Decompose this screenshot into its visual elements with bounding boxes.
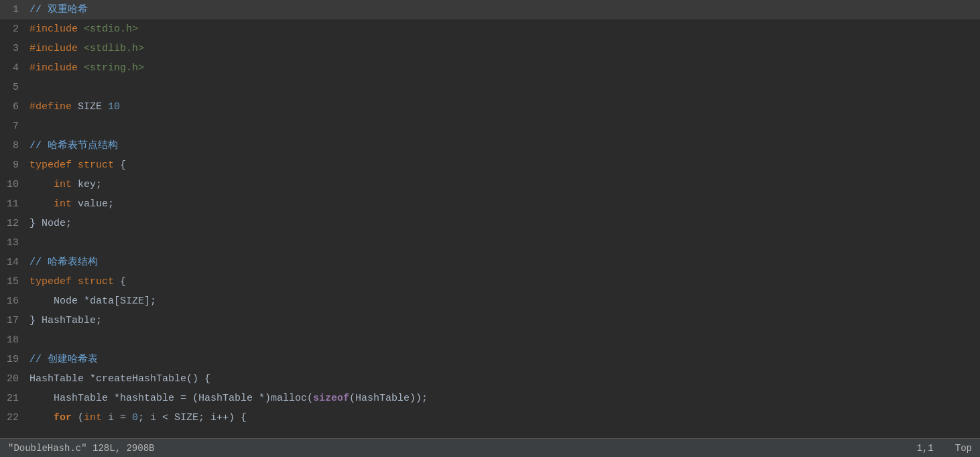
line-number: 15 (5, 272, 29, 291)
line-number: 10 (5, 175, 29, 194)
line-number: 3 (5, 39, 29, 58)
line-content: } HashTable; (29, 311, 975, 330)
status-right: 1,1 Top (917, 443, 972, 454)
line-content: for (int i = 0; i < SIZE; i++) { (29, 408, 975, 428)
code-line: 12} Node; (0, 214, 980, 233)
status-left: "DoubleHash.c" 128L, 2908B (8, 443, 160, 454)
line-number: 2 (5, 19, 29, 39)
line-number: 22 (5, 408, 29, 428)
line-content: // 双重哈希 (29, 0, 975, 19)
line-content: // 创建哈希表 (29, 350, 975, 369)
line-content: int key; (29, 175, 975, 194)
line-content (29, 330, 975, 350)
line-content: #define SIZE 10 (29, 97, 975, 117)
code-line: 9typedef struct { (0, 155, 980, 175)
line-number: 8 (5, 136, 29, 155)
line-number: 16 (5, 291, 29, 311)
status-filename: "DoubleHash.c" 128L, 2908B (8, 443, 154, 454)
line-content: } Node; (29, 214, 975, 233)
code-line: 6#define SIZE 10 (0, 97, 980, 117)
line-content (29, 233, 975, 253)
code-line: 8// 哈希表节点结构 (0, 136, 980, 155)
status-scroll: Top (955, 443, 972, 454)
line-number: 19 (5, 350, 29, 369)
line-content: HashTable *hashtable = (HashTable *)mall… (29, 389, 975, 408)
line-content: int value; (29, 194, 975, 214)
line-number: 5 (5, 78, 29, 97)
line-content: #include <stdlib.h> (29, 39, 975, 58)
line-number: 7 (5, 117, 29, 136)
code-line: 16 Node *data[SIZE]; (0, 291, 980, 311)
status-position: 1,1 (917, 443, 934, 454)
code-line: 10 int key; (0, 175, 980, 194)
code-line: 7 (0, 117, 980, 136)
line-number: 14 (5, 253, 29, 272)
code-line: 19// 创建哈希表 (0, 350, 980, 369)
line-content: typedef struct { (29, 155, 975, 175)
line-content: typedef struct { (29, 272, 975, 291)
line-number: 4 (5, 58, 29, 78)
line-number: 21 (5, 389, 29, 408)
code-line: 21 HashTable *hashtable = (HashTable *)m… (0, 389, 980, 408)
code-line: 11 int value; (0, 194, 980, 214)
code-line: 14// 哈希表结构 (0, 253, 980, 272)
code-line: 1// 双重哈希 (0, 0, 980, 19)
line-number: 13 (5, 233, 29, 253)
line-number: 11 (5, 194, 29, 214)
line-content: #include <stdio.h> (29, 19, 975, 39)
code-line: 2#include <stdio.h> (0, 19, 980, 39)
code-line: 18 (0, 330, 980, 350)
line-content (29, 78, 975, 97)
code-line: 4#include <string.h> (0, 58, 980, 78)
line-content: Node *data[SIZE]; (29, 291, 975, 311)
code-line: 3#include <stdlib.h> (0, 39, 980, 58)
line-number: 12 (5, 214, 29, 233)
line-content: HashTable *createHashTable() { (29, 369, 975, 389)
line-number: 20 (5, 369, 29, 389)
line-number: 6 (5, 97, 29, 117)
line-number: 1 (5, 0, 29, 19)
line-number: 17 (5, 311, 29, 330)
line-content: // 哈希表节点结构 (29, 136, 975, 155)
code-editor[interactable]: 1// 双重哈希2#include <stdio.h>3#include <st… (0, 0, 980, 438)
code-line: 20HashTable *createHashTable() { (0, 369, 980, 389)
line-content: // 哈希表结构 (29, 253, 975, 272)
line-content (29, 117, 975, 136)
status-bar: "DoubleHash.c" 128L, 2908B 1,1 Top (0, 438, 980, 457)
code-line: 22 for (int i = 0; i < SIZE; i++) { (0, 408, 980, 428)
code-line: 13 (0, 233, 980, 253)
code-line: 15typedef struct { (0, 272, 980, 291)
code-line: 5 (0, 78, 980, 97)
line-number: 9 (5, 155, 29, 175)
line-content: #include <string.h> (29, 58, 975, 78)
code-line: 17} HashTable; (0, 311, 980, 330)
line-number: 18 (5, 330, 29, 350)
